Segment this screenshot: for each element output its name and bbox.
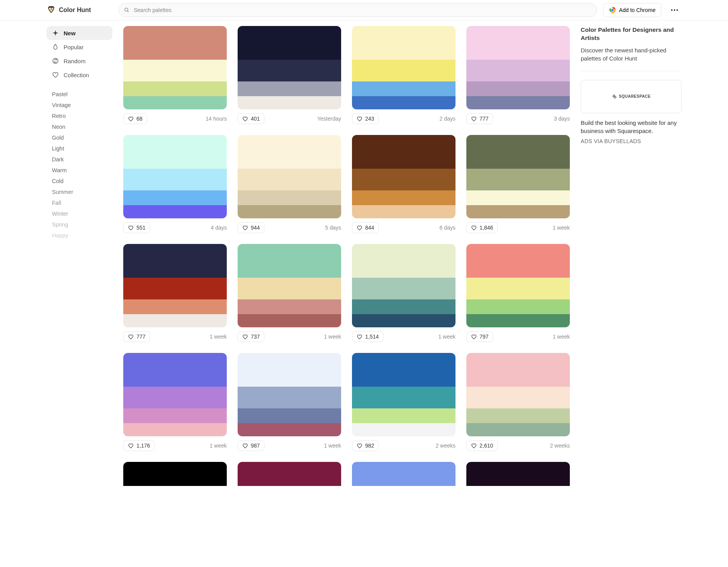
palette[interactable]	[123, 462, 227, 486]
like-button[interactable]: 2,610	[466, 440, 498, 451]
palette-color[interactable]	[123, 314, 227, 327]
palette-color[interactable]	[238, 278, 341, 300]
palette-color[interactable]	[466, 278, 570, 300]
palette-color[interactable]	[466, 244, 570, 278]
palette-color[interactable]	[123, 26, 227, 60]
sidebar-tag-neon[interactable]: Neon	[47, 121, 112, 132]
palette[interactable]	[352, 462, 455, 486]
palette-color[interactable]	[238, 96, 341, 109]
palette-color[interactable]	[466, 26, 570, 60]
palette-color[interactable]	[466, 408, 570, 423]
palette-color[interactable]	[238, 462, 341, 486]
like-button[interactable]: 1,176	[123, 440, 155, 451]
palette-color[interactable]	[466, 135, 570, 169]
palette-color[interactable]	[238, 423, 341, 436]
palette-color[interactable]	[352, 353, 455, 387]
palette-color[interactable]	[238, 299, 341, 314]
search-input[interactable]	[119, 3, 597, 17]
palette-color[interactable]	[123, 96, 227, 109]
like-button[interactable]: 401	[238, 113, 264, 124]
palette-color[interactable]	[466, 190, 570, 205]
like-button[interactable]: 68	[123, 113, 147, 124]
palette[interactable]	[466, 26, 570, 109]
logo[interactable]: Color Hunt	[47, 5, 112, 15]
like-button[interactable]: 551	[123, 222, 150, 233]
sidebar-item-popular[interactable]: Popular	[47, 40, 112, 54]
like-button[interactable]: 987	[238, 440, 264, 451]
palette-color[interactable]	[123, 81, 227, 96]
palette-color[interactable]	[238, 26, 341, 60]
sidebar-tag-winter[interactable]: Winter	[47, 208, 112, 219]
palette[interactable]	[352, 26, 455, 109]
palette-color[interactable]	[123, 278, 227, 300]
palette-color[interactable]	[238, 81, 341, 96]
sidebar-tag-gold[interactable]: Gold	[47, 132, 112, 143]
add-to-chrome-button[interactable]: Add to Chrome	[603, 3, 661, 17]
palette-color[interactable]	[123, 423, 227, 436]
palette-color[interactable]	[352, 190, 455, 205]
palette-color[interactable]	[238, 353, 341, 387]
palette-color[interactable]	[238, 408, 341, 423]
like-button[interactable]: 1,846	[466, 222, 498, 233]
palette[interactable]	[238, 244, 341, 327]
palette-color[interactable]	[123, 135, 227, 169]
like-button[interactable]: 777	[466, 113, 493, 124]
like-button[interactable]: 944	[238, 222, 264, 233]
palette-color[interactable]	[466, 60, 570, 82]
palette-color[interactable]	[352, 408, 455, 423]
palette-color[interactable]	[123, 353, 227, 387]
palette[interactable]	[466, 462, 570, 486]
sidebar-tag-fall[interactable]: Fall	[47, 197, 112, 208]
palette[interactable]	[466, 135, 570, 218]
sidebar-item-random[interactable]: Random	[47, 54, 112, 68]
palette[interactable]	[466, 244, 570, 327]
palette[interactable]	[123, 26, 227, 109]
palette[interactable]	[238, 353, 341, 436]
sidebar-tag-vintage[interactable]: Vintage	[47, 100, 112, 111]
palette-color[interactable]	[352, 423, 455, 436]
palette[interactable]	[352, 135, 455, 218]
palette-color[interactable]	[352, 278, 455, 300]
palette[interactable]	[123, 135, 227, 218]
palette-color[interactable]	[238, 135, 341, 169]
palette-color[interactable]	[123, 299, 227, 314]
sidebar-tag-warm[interactable]: Warm	[47, 165, 112, 176]
sidebar-tag-summer[interactable]: Summer	[47, 187, 112, 197]
sidebar-tag-light[interactable]: Light	[47, 143, 112, 154]
palette-color[interactable]	[466, 205, 570, 218]
palette[interactable]	[238, 462, 341, 486]
palette-color[interactable]	[238, 60, 341, 82]
palette-color[interactable]	[352, 135, 455, 169]
like-button[interactable]: 737	[238, 331, 264, 342]
sidebar-tag-cold[interactable]: Cold	[47, 176, 112, 187]
palette-color[interactable]	[123, 408, 227, 423]
sidebar-tag-happy[interactable]: Happy	[47, 230, 112, 241]
palette[interactable]	[238, 135, 341, 218]
palette-color[interactable]	[352, 96, 455, 109]
ad-box[interactable]: SQUARESPACE	[581, 80, 681, 113]
sidebar-tag-retro[interactable]: Retro	[47, 111, 112, 121]
palette-color[interactable]	[352, 299, 455, 314]
palette-color[interactable]	[466, 169, 570, 191]
sidebar-tag-pastel[interactable]: Pastel	[47, 89, 112, 100]
sidebar-item-new[interactable]: New	[47, 26, 112, 40]
like-button[interactable]: 797	[466, 331, 493, 342]
palette-color[interactable]	[123, 60, 227, 82]
palette-color[interactable]	[238, 205, 341, 218]
palette-color[interactable]	[123, 190, 227, 205]
palette-color[interactable]	[466, 81, 570, 96]
palette-color[interactable]	[123, 169, 227, 191]
palette-color[interactable]	[352, 26, 455, 60]
palette-color[interactable]	[123, 462, 227, 486]
palette-color[interactable]	[352, 169, 455, 191]
like-button[interactable]: 1,514	[352, 331, 383, 342]
like-button[interactable]: 243	[352, 113, 379, 124]
palette-color[interactable]	[352, 81, 455, 96]
more-menu-button[interactable]	[668, 3, 681, 17]
palette-color[interactable]	[466, 299, 570, 314]
palette-color[interactable]	[466, 353, 570, 387]
sidebar-item-collection[interactable]: Collection	[47, 68, 112, 82]
palette-color[interactable]	[466, 96, 570, 109]
palette-color[interactable]	[466, 314, 570, 327]
palette-color[interactable]	[352, 60, 455, 82]
